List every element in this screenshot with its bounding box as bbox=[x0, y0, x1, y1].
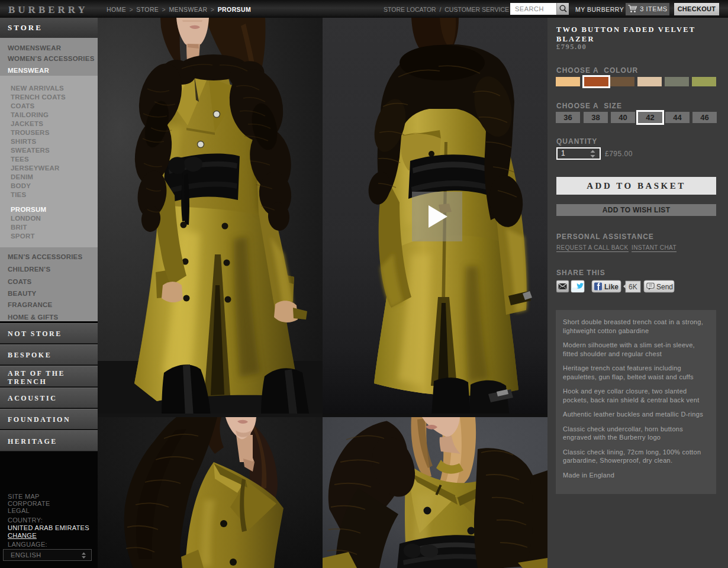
svg-text:6K: 6K bbox=[629, 283, 637, 291]
svg-text:Send: Send bbox=[656, 283, 673, 291]
svg-text:Like: Like bbox=[604, 283, 619, 291]
